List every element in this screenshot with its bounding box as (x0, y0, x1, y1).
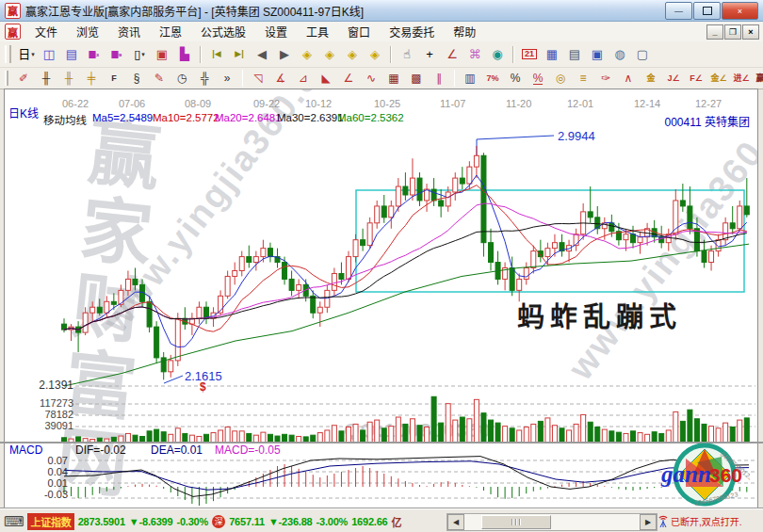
index-badge[interactable]: 上证指数 (27, 513, 73, 530)
horizontal-scrollbar[interactable]: ◀ ▶ (446, 513, 657, 531)
histogram-tool-icon[interactable]: ▥ (459, 70, 481, 88)
f-angle-tool-icon[interactable]: F∠ (685, 70, 707, 88)
menu-item-交易委托[interactable]: 交易委托 (380, 22, 444, 41)
gann-tool-glyph: ⌘ (469, 48, 481, 60)
gold-circle-tool-icon[interactable]: ◎ (549, 70, 572, 88)
scrollbar-thumb[interactable] (481, 515, 551, 529)
gann-wide-ruler-icon[interactable]: ╬ (193, 70, 216, 88)
shenzhen-icon[interactable]: 深 (212, 515, 225, 528)
wave-peak-tool-icon[interactable]: ∧ (617, 70, 640, 88)
jin2-angle-tool-icon[interactable]: 进∠ (730, 70, 753, 88)
next-page-icon[interactable]: ▶ (273, 44, 296, 65)
kline-period-selector-icon[interactable]: 日▾ (15, 44, 38, 65)
parallel-lines-tool-icon[interactable]: ∥ (428, 70, 450, 88)
kline-mode-icon[interactable]: ▣ (151, 44, 173, 65)
next-page-glyph: ▶ (280, 48, 289, 60)
export-tool-icon[interactable]: ◍ (609, 44, 631, 65)
grid-tool-a-icon[interactable]: ▦ (382, 70, 405, 88)
hand-tool-icon[interactable]: ☝ (396, 44, 418, 65)
percent-line-tool-icon[interactable]: % (527, 70, 549, 88)
wave-line-tool-icon[interactable]: ∿ (360, 70, 382, 88)
draw-knife-tool-glyph: ✎ (154, 73, 164, 84)
minute-9-chart-glyph: ▆₉ (112, 50, 122, 58)
save-tool-icon[interactable]: ▣ (586, 44, 609, 65)
percent-7-tool-icon[interactable]: 7% (481, 70, 504, 88)
zoom-out-horizontal-icon[interactable]: ◈ (341, 44, 364, 65)
jin-angle-tool-icon[interactable]: 金∠ (707, 70, 730, 88)
network-tool-icon[interactable]: ▢ (631, 44, 654, 65)
fan-box-tool-3-icon[interactable]: ◣ (315, 70, 337, 88)
zoom-in-horizontal-icon[interactable]: ◈ (364, 44, 386, 65)
menu-item-江恩[interactable]: 江恩 (150, 22, 191, 41)
j-angle-tool-icon[interactable]: J∠ (662, 70, 685, 88)
gold-label-tool-icon[interactable]: 金 (640, 70, 662, 88)
date-label: 12-14 (634, 98, 660, 109)
maximize-button[interactable] (693, 2, 721, 20)
zoom-right-icon[interactable]: ◈ (318, 44, 341, 65)
minimize-button[interactable]: — (665, 2, 692, 20)
angle-line-tool-icon[interactable]: ∠ (337, 70, 360, 88)
kline-period-selector-glyph: 日 (18, 48, 30, 60)
spiral-ruler-glyph: § (134, 73, 140, 84)
prev-page-icon[interactable]: ◀ (251, 44, 273, 65)
menu-item-浏览[interactable]: 浏览 (67, 22, 108, 41)
scroll-right-arrow-icon[interactable]: ▶ (640, 514, 657, 530)
memo-tool-icon[interactable]: ▤ (563, 44, 586, 65)
close-button[interactable]: × (722, 2, 758, 20)
menu-item-工具[interactable]: 工具 (297, 22, 338, 41)
mdi-restore-button[interactable]: ❐ (724, 24, 741, 40)
last-page-icon[interactable]: ▶| (228, 44, 251, 65)
quote-board-icon[interactable]: ▤ (60, 44, 83, 65)
calculator-tool-icon[interactable]: ▦ (541, 44, 563, 65)
trend-view-icon[interactable]: ◫ (38, 44, 60, 65)
scroll-left-arrow-icon[interactable]: ◀ (447, 514, 464, 530)
menu-item-设置[interactable]: 设置 (255, 22, 297, 41)
menu-item-公式选股[interactable]: 公式选股 (191, 22, 255, 41)
gann-tool-icon[interactable]: ⌘ (463, 44, 486, 65)
volume-color-chart-icon[interactable]: ▙ (173, 44, 196, 65)
app-menu-icon: 赢 (5, 24, 21, 40)
candle-style-icon[interactable]: ▯▾ (128, 44, 151, 65)
sh-index-change: ▼-8.6399 (129, 516, 173, 527)
draw-knife-tool-icon[interactable]: ✎ (148, 70, 170, 88)
crosshair-tool-icon[interactable]: + (418, 44, 441, 65)
fan-box-tool-icon[interactable]: ◹ (247, 70, 269, 88)
fibonacci-ruler-icon[interactable]: F (103, 70, 125, 88)
fan-box-tool-2-icon[interactable]: ⊿ (292, 70, 315, 88)
gold-brush-tool-icon[interactable]: ✑ (594, 70, 617, 88)
gann-scale-tool-icon[interactable]: ╫ (35, 70, 57, 88)
fan-lines-tool-icon[interactable]: ∡ (269, 70, 292, 88)
percent-tool-icon[interactable]: % (504, 70, 527, 88)
minute-3-chart-icon[interactable]: ▆₃ (83, 44, 106, 65)
grid-tool-b-icon[interactable]: ▩ (405, 70, 428, 88)
mdi-minimize-button[interactable]: _ (706, 24, 723, 40)
minute-9-chart-icon[interactable]: ▆₉ (106, 44, 128, 65)
gold-scale-tool-2-icon[interactable]: ╪ (80, 70, 103, 88)
more-tools-icon[interactable]: » (216, 70, 238, 88)
date-label: 10-12 (305, 98, 332, 109)
cycle-tool-icon[interactable]: ◷ (170, 70, 193, 88)
draw-pen-tool-icon[interactable]: ✐ (12, 70, 35, 88)
first-page-icon[interactable]: |◀ (205, 44, 228, 65)
calendar-tool-icon[interactable]: 21 (518, 44, 541, 65)
spiral-ruler-icon[interactable]: § (125, 70, 148, 88)
date-label: 06-22 (62, 98, 89, 109)
toolbar-grip[interactable] (5, 45, 11, 63)
mdi-close-button[interactable]: × (742, 24, 759, 40)
keyboard-icon[interactable]: ⌨ (4, 513, 24, 530)
menu-item-资讯[interactable]: 资讯 (108, 22, 150, 41)
fan-box-tool-3-glyph: ◣ (321, 73, 330, 84)
ma-label: Ma20=2.6481 (215, 112, 282, 123)
connection-status[interactable]: 已断开,双点打开. (671, 514, 742, 528)
menu-item-文件[interactable]: 文件 (25, 22, 67, 41)
ying-angle-tool-icon[interactable]: 赢∠ (753, 70, 763, 88)
menu-item-窗口[interactable]: 窗口 (338, 22, 380, 41)
menu-item-帮助[interactable]: 帮助 (444, 22, 485, 41)
spiral-tool-icon[interactable]: ◉ (486, 44, 509, 65)
zoom-left-icon[interactable]: ◈ (296, 44, 318, 65)
gold-scale-tool-icon[interactable]: ╫ (57, 70, 80, 88)
menu-items: 文件浏览资讯江恩公式选股设置工具窗口交易委托帮助 (25, 22, 485, 41)
gold-line-tool-icon[interactable]: ≡ (572, 70, 594, 88)
angle-measure-tool-icon[interactable]: ∠ (441, 44, 463, 65)
toolbar-grip[interactable] (5, 71, 8, 85)
